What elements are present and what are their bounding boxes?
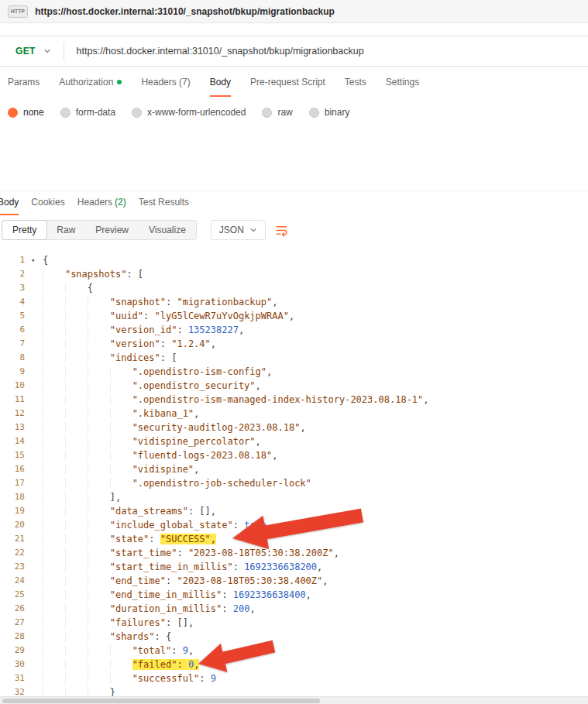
- tab-label: Body: [0, 197, 19, 208]
- url-input[interactable]: https://host.docker.internal:31010/_snap…: [64, 46, 364, 57]
- request-tab-tests[interactable]: Tests: [345, 77, 366, 97]
- body-mode-none[interactable]: none: [8, 107, 44, 118]
- response-tab-test-results[interactable]: Test Results: [139, 197, 189, 215]
- request-tabs: ParamsAuthorizationHeaders (7)BodyPre-re…: [8, 77, 588, 97]
- view-visualize[interactable]: Visualize: [139, 221, 196, 239]
- tab-label: Pre-request Script: [250, 77, 325, 88]
- code-line: 9 ".opendistro-ism-config",: [0, 365, 588, 379]
- code-line: 15 "fluentd-logs-2023.08.18",: [0, 448, 588, 462]
- code-lines: 1{2 "snapshots": [3 {4 "snapshot": "migr…: [0, 253, 588, 696]
- request-tab-body[interactable]: Body: [210, 77, 231, 97]
- line-content: "total": 9,: [43, 644, 194, 658]
- body-mode-raw[interactable]: raw: [262, 107, 292, 118]
- response-tab-headers[interactable]: Headers(2): [77, 197, 126, 215]
- line-content: "include_global_state": true,: [43, 518, 272, 532]
- line-content: "data_streams": [],: [43, 504, 216, 518]
- body-mode-binary[interactable]: binary: [309, 107, 350, 118]
- line-number: 16: [0, 462, 43, 476]
- code-line: 26 "duration_in_millis": 200,: [0, 602, 588, 616]
- line-content: ".kibana_1",: [43, 407, 199, 421]
- response-body-editor[interactable]: ▾ 1{2 "snapshots": [3 {4 "snapshot": "mi…: [0, 253, 588, 696]
- line-content: ],: [43, 490, 121, 504]
- line-number: 10: [0, 379, 43, 393]
- highlight-marker: "failed": 0,: [132, 659, 200, 670]
- line-content: "version": "1.2.4",: [43, 337, 216, 351]
- line-content: "uuid": "lyG5lCewR7uYvOgkjpWRAA",: [43, 309, 294, 323]
- line-number: 19: [0, 504, 43, 518]
- line-number: 28: [0, 630, 43, 644]
- request-tab-pre-request-script[interactable]: Pre-request Script: [250, 77, 325, 97]
- response-tab-body[interactable]: Body: [0, 197, 19, 215]
- code-line: 21 "state": "SUCCESS",: [0, 532, 588, 546]
- url-bar: GET https://host.docker.internal:31010/_…: [0, 36, 588, 67]
- line-number: 29: [0, 644, 43, 658]
- line-number: 2: [0, 267, 43, 281]
- tab-label: Body: [210, 77, 231, 88]
- body-mode-form-data[interactable]: form-data: [60, 107, 115, 118]
- format-select[interactable]: JSON: [211, 220, 266, 240]
- code-line: 8 "indices": [: [0, 351, 588, 365]
- body-mode-x-www-form-urlencoded[interactable]: x-www-form-urlencoded: [132, 107, 246, 118]
- code-line: 14 "vidispine_percolator",: [0, 434, 588, 448]
- wrap-text-icon[interactable]: [275, 224, 288, 237]
- line-content: ".opendistro-job-scheduler-lock": [43, 476, 311, 490]
- view-preview[interactable]: Preview: [85, 221, 139, 239]
- line-number: 23: [0, 560, 43, 574]
- radio-icon: [309, 108, 319, 118]
- line-content: "failures": [],: [43, 616, 194, 630]
- code-line: 29 "total": 9,: [0, 644, 588, 658]
- request-tab-authorization[interactable]: Authorization: [59, 77, 122, 97]
- line-number: 9: [0, 365, 43, 379]
- line-number: 32: [0, 685, 43, 696]
- code-line: 19 "data_streams": [],: [0, 504, 588, 518]
- code-line: 6 "version_id": 135238227,: [0, 323, 588, 337]
- code-line: 12 ".kibana_1",: [0, 407, 588, 421]
- tab-label: Headers: [77, 197, 112, 208]
- line-content: "snapshots": [: [43, 267, 143, 281]
- chevron-down-icon: [43, 47, 51, 55]
- code-line: 1{: [0, 253, 588, 267]
- radio-icon: [132, 108, 142, 118]
- line-content: "end_time": "2023-08-18T05:30:38.400Z",: [43, 574, 328, 588]
- line-number: 20: [0, 518, 43, 532]
- code-line: 7 "version": "1.2.4",: [0, 337, 588, 351]
- code-line: 4 "snapshot": "migrationbackup",: [0, 295, 588, 309]
- line-content: "security-auditlog-2023.08.18",: [43, 421, 306, 434]
- code-line: 32 }: [0, 685, 588, 696]
- request-tab-headers-7[interactable]: Headers (7): [141, 77, 190, 97]
- code-line: 16 "vidispine",: [0, 462, 588, 476]
- response-tab-cookies[interactable]: Cookies: [31, 197, 64, 215]
- response-section: BodyCookiesHeaders(2)Test Results Pretty…: [0, 191, 588, 704]
- code-line: 17 ".opendistro-job-scheduler-lock": [0, 476, 588, 490]
- code-line: 10 ".opendistro_security",: [0, 379, 588, 393]
- line-content: ".opendistro-ism-config",: [43, 365, 272, 379]
- view-pretty[interactable]: Pretty: [2, 221, 46, 239]
- postman-request-window: HTTP https://host.docker.internal:31010/…: [0, 0, 588, 704]
- tab-label: Test Results: [139, 197, 189, 208]
- fold-toggle-icon[interactable]: ▾: [31, 256, 35, 265]
- chevron-down-icon: [249, 226, 257, 234]
- tab-label: Headers (7): [141, 77, 190, 88]
- radio-icon: [262, 108, 272, 118]
- auth-status-dot-icon: [117, 80, 122, 84]
- request-tab-params[interactable]: Params: [8, 77, 40, 97]
- line-number: 30: [0, 658, 43, 671]
- scrollbar-thumb[interactable]: [2, 699, 320, 703]
- line-content: "fluentd-logs-2023.08.18",: [43, 448, 277, 462]
- view-raw[interactable]: Raw: [46, 221, 85, 239]
- line-content: }: [43, 685, 115, 696]
- line-content: "end_time_in_millis": 1692336638400,: [43, 588, 311, 602]
- radio-icon: [8, 108, 18, 118]
- mode-label: x-www-form-urlencoded: [147, 107, 246, 118]
- line-content: "vidispine_percolator",: [43, 434, 261, 448]
- method-select[interactable]: GET: [0, 36, 64, 66]
- mode-label: raw: [277, 107, 292, 118]
- http-request-icon: HTTP: [8, 5, 28, 18]
- horizontal-scrollbar[interactable]: [0, 696, 588, 704]
- request-tab-settings[interactable]: Settings: [386, 77, 419, 97]
- line-number: 7: [0, 337, 43, 351]
- line-number: 5: [0, 309, 43, 323]
- tab-label: Params: [8, 77, 40, 88]
- line-number: 1: [0, 253, 43, 267]
- line-number: 27: [0, 616, 43, 630]
